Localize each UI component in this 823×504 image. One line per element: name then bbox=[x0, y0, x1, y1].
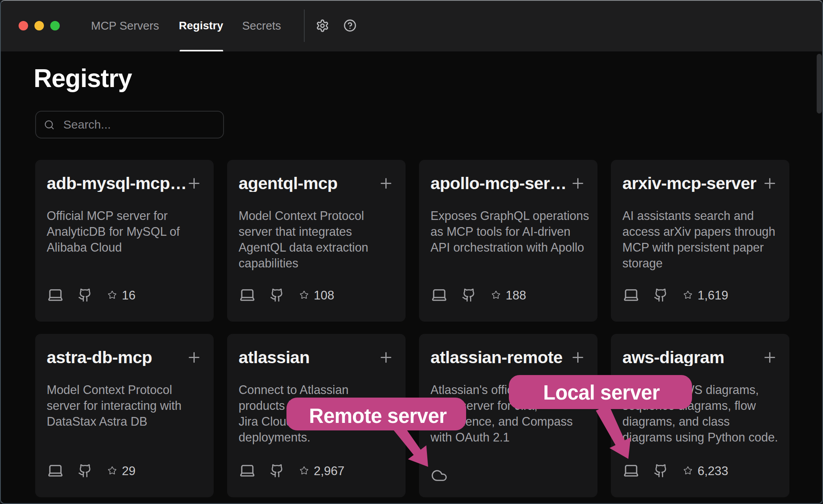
svg-text:Remote server: Remote server bbox=[309, 405, 447, 427]
svg-text:Local server: Local server bbox=[543, 381, 660, 404]
